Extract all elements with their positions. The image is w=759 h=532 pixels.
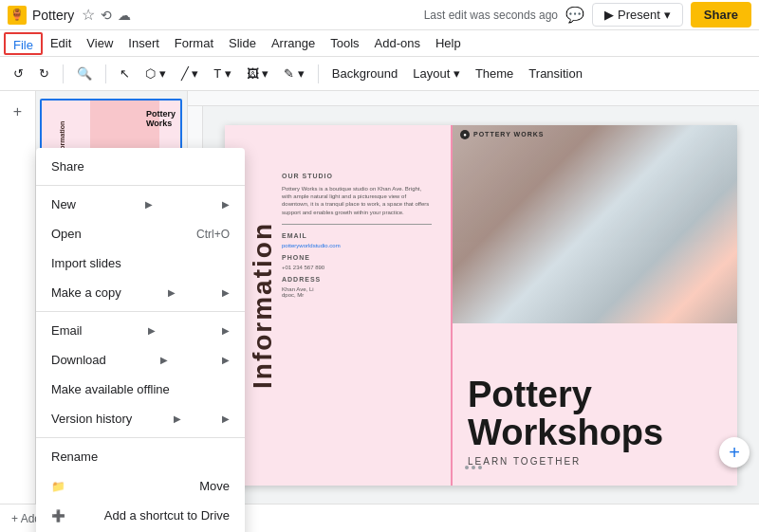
dropdown-share[interactable]: Share [36,152,245,181]
toolbar-layout[interactable]: Layout ▾ [407,63,466,84]
title-bar: 🏺 Pottery ☆ ⟲ ☁ Last edit was seconds ag… [0,0,759,30]
add-slide-fab[interactable]: + [719,437,750,468]
toolbar-pen[interactable]: ✎ ▾ [278,63,310,84]
ruler-horizontal [188,91,759,106]
menu-arrange[interactable]: Arrange [264,32,323,55]
toolbar-undo[interactable]: ↺ [8,63,29,84]
share-label: Share [51,159,84,174]
app-icon: 🏺 [8,6,27,25]
toolbar-redo[interactable]: ↻ [33,63,55,84]
pottery-bottom-text: Pottery Workshops LEARN TOGETHER [468,376,730,467]
new-label: New [51,197,76,211]
move-label: Move [199,479,230,493]
menu-edit[interactable]: Edit [43,32,79,55]
toolbar-zoom[interactable]: 🔍 [71,63,98,84]
present-icon: ▶ [604,8,614,22]
email-arrow: ▶ [148,325,156,336]
slide-canvas: OUR STUDIO Pottery Works is a boutique s… [225,125,737,486]
sep-2 [36,311,245,312]
version-label: Version history [51,412,132,426]
dropdown-new[interactable]: New ▶ [36,190,245,219]
information-text: Information [248,222,278,389]
title-bar-right: Last edit was seconds ago 💬 ▶ Present ▾ … [424,2,751,28]
toolbar-transition[interactable]: Transition [523,63,588,84]
scroll-indicator [465,466,482,469]
slide-left-section: OUR STUDIO Pottery Works is a boutique s… [225,125,453,486]
learn-together-label: LEARN TOGETHER [468,456,730,467]
toolbar-textbox[interactable]: T ▾ [208,63,236,84]
toolbar-sep-3 [318,64,319,83]
dropdown-move[interactable]: 📁 Move [36,471,245,501]
toolbar-image[interactable]: 🖼 ▾ [241,63,275,84]
menu-format[interactable]: Format [167,32,221,55]
scroll-dot-2 [472,466,475,469]
pottery-works-badge: ● POTTERY WORKS [460,130,544,139]
sidebar-add-btn[interactable]: + [5,99,31,125]
dropdown-download[interactable]: Download ▶ [36,345,245,375]
shortcut-label: Add a shortcut to Drive [104,508,230,523]
comment-button[interactable]: 💬 [565,6,584,24]
menu-addons[interactable]: Add-ons [367,32,428,55]
new-arrow: ▶ [145,199,153,210]
dropdown-version[interactable]: Version history ▶ [36,404,245,433]
dropdown-rename[interactable]: Rename [36,442,245,471]
open-shortcut: Ctrl+O [196,228,230,241]
download-arrow: ▶ [160,355,168,365]
offline-label: Make available offline [51,382,170,396]
studio-text-block: OUR STUDIO Pottery Works is a boutique s… [282,173,432,299]
toolbar-background[interactable]: Background [326,63,403,84]
sep-1 [36,185,245,186]
dropdown-copy[interactable]: Make a copy ▶ [36,278,245,307]
toolbar-sep-2 [105,64,106,83]
share-button[interactable]: Share [691,2,751,28]
menu-bar: File Edit View Insert Format Slide Arran… [0,30,759,57]
dropdown-import[interactable]: Import slides [36,248,245,278]
import-label: Import slides [51,256,121,270]
pottery-title-line2: Workshops [468,413,663,452]
pottery-image: ● POTTERY WORKS [453,125,737,323]
menu-tools[interactable]: Tools [323,32,366,55]
canvas-area: OUR STUDIO Pottery Works is a boutique s… [188,91,759,504]
present-button[interactable]: ▶ Present ▾ [592,3,683,27]
scroll-dot-1 [465,466,469,469]
menu-view[interactable]: View [79,32,120,55]
sep-3 [36,437,245,438]
title-bar-icons: ☆ ⟲ ☁ [82,6,131,24]
shortcut-icon: ➕ [51,509,65,523]
version-arrow: ▶ [174,413,181,424]
info-vertical-label: Information [244,125,282,486]
dropdown-offline[interactable]: Make available offline [36,375,245,404]
last-edit-label: Last edit was seconds ago [424,9,558,22]
move-icon: 📁 [51,480,65,493]
sidebar: + [0,91,36,504]
dropdown-shortcut[interactable]: ➕ Add a shortcut to Drive [36,501,245,530]
menu-help[interactable]: Help [428,32,469,55]
toolbar-sep-1 [63,64,64,83]
toolbar-line[interactable]: ╱ ▾ [176,63,205,84]
open-label: Open [51,227,82,241]
copy-arrow: ▶ [168,287,176,298]
menu-insert[interactable]: Insert [120,32,167,55]
history-icon[interactable]: ⟲ [101,8,112,23]
email-label: Email [51,323,83,338]
star-icon[interactable]: ☆ [82,6,95,24]
present-dropdown-icon: ▾ [664,8,671,22]
app-title: Pottery [32,8,74,23]
scroll-dot-3 [478,466,482,469]
dropdown-email[interactable]: Email ▶ [36,316,245,345]
file-dropdown-menu: Share New ▶ Open Ctrl+O Import slides Ma… [36,148,245,532]
pottery-works-label: POTTERY WORKS [473,131,544,138]
dropdown-open[interactable]: Open Ctrl+O [36,219,245,248]
toolbar-cursor[interactable]: ↖ [114,63,136,84]
slide-right-section: ● POTTERY WORKS Pottery Workshops LEARN … [453,125,737,486]
copy-label: Make a copy [51,285,121,300]
toolbar-shape[interactable]: ⬡ ▾ [139,63,172,84]
pottery-title: Pottery Workshops [468,376,730,452]
download-label: Download [51,353,106,367]
pottery-title-line1: Pottery [468,375,592,414]
rename-label: Rename [51,449,98,464]
menu-file[interactable]: File [4,32,43,55]
toolbar-theme[interactable]: Theme [470,63,519,84]
menu-slide[interactable]: Slide [221,32,264,55]
cloud-icon[interactable]: ☁ [118,8,131,23]
